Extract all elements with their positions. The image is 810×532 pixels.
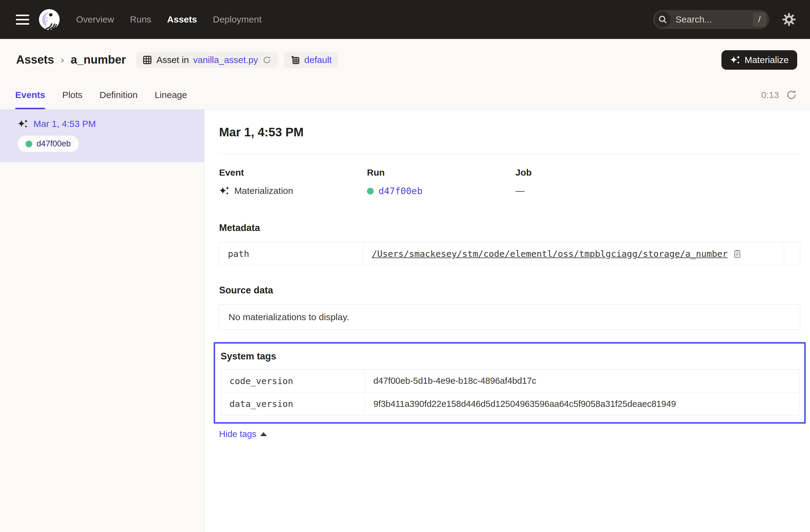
group-grid-icon xyxy=(290,55,300,65)
run-status-dot xyxy=(367,188,374,194)
group-link[interactable]: default xyxy=(304,55,332,65)
materialize-button-label: Materialize xyxy=(745,55,789,65)
search-box[interactable]: / xyxy=(653,10,769,29)
nav-link-deployment[interactable]: Deployment xyxy=(213,14,261,25)
run-id-badge[interactable]: d47f00eb xyxy=(18,136,79,152)
event-timestamp-link[interactable]: Mar 1, 4:53 PM xyxy=(33,119,96,129)
source-data-heading: Source data xyxy=(219,285,800,296)
search-input[interactable] xyxy=(676,14,753,25)
run-id-link[interactable]: d47f00eb xyxy=(378,186,423,196)
asset-definition-chip[interactable]: Asset in vanilla_asset.py xyxy=(136,52,277,68)
system-tag-key: data_version xyxy=(221,392,365,415)
page-header: Assets › a_number Asset in vanilla_asset… xyxy=(0,39,810,81)
breadcrumb: Assets › a_number xyxy=(16,53,126,66)
materialization-sparkle-icon xyxy=(18,119,28,129)
metadata-heading: Metadata xyxy=(219,223,800,233)
breadcrumb-assets[interactable]: Assets xyxy=(16,53,54,66)
event-column: Event Materialization xyxy=(219,167,367,196)
refresh-timer: 0:13 xyxy=(761,90,779,100)
system-tags-section: System tags code_version d47f00eb-5d1b-4… xyxy=(214,342,806,424)
tab-definition[interactable]: Definition xyxy=(99,81,137,109)
tabs-bar: Events Plots Definition Lineage 0:13 xyxy=(0,81,810,110)
source-data-section: Source data No materializations to displ… xyxy=(219,285,800,330)
search-icon xyxy=(655,12,671,27)
table-row: path /Users/smackesey/stm/code/elementl/… xyxy=(220,242,800,265)
top-nav: Overview Runs Assets Deployment / xyxy=(0,0,810,39)
nav-link-runs[interactable]: Runs xyxy=(130,14,151,25)
metadata-table: path /Users/smackesey/stm/code/elementl/… xyxy=(219,242,800,265)
refresh-icon[interactable] xyxy=(785,89,797,101)
metadata-path-link[interactable]: /Users/smackesey/stm/code/elementl/oss/t… xyxy=(372,249,728,259)
settings-gear-icon[interactable] xyxy=(782,13,796,27)
reload-icon[interactable] xyxy=(262,55,272,65)
tab-events[interactable]: Events xyxy=(15,81,45,109)
source-data-empty-message: No materializations to display. xyxy=(219,304,800,330)
job-column: Job — xyxy=(516,167,800,196)
metadata-row-actions xyxy=(784,242,800,265)
tab-plots[interactable]: Plots xyxy=(62,81,82,109)
search-shortcut-key: / xyxy=(753,12,766,27)
dagster-logo-icon[interactable] xyxy=(38,8,61,31)
events-sidebar: Mar 1, 4:53 PM d47f00eb xyxy=(0,110,205,532)
system-tags-table: code_version d47f00eb-5d1b-4e9e-b18c-489… xyxy=(221,369,799,416)
nav-link-assets[interactable]: Assets xyxy=(167,14,197,25)
run-id-badge-label: d47f00eb xyxy=(36,139,71,148)
breadcrumb-separator: › xyxy=(61,54,64,65)
run-label: Run xyxy=(367,167,516,178)
hamburger-menu-icon[interactable] xyxy=(16,15,29,25)
materialization-sparkle-icon xyxy=(219,186,229,196)
table-row: data_version 9f3b411a390fd22e158d446d5d1… xyxy=(221,392,799,415)
hide-tags-label: Hide tags xyxy=(219,429,257,439)
breadcrumb-asset-name: a_number xyxy=(70,53,126,66)
group-chip[interactable]: default xyxy=(284,52,338,68)
system-tag-key: code_version xyxy=(221,370,365,392)
materialize-button[interactable]: Materialize xyxy=(722,50,797,70)
system-tag-value: 9f3b411a390fd22e158d446d5d12504963596aa6… xyxy=(373,399,676,409)
run-status-dot xyxy=(26,141,32,147)
metadata-key: path xyxy=(220,242,363,265)
event-detail-panel: Mar 1, 4:53 PM Event Materialization xyxy=(205,110,810,532)
table-row: code_version d47f00eb-5d1b-4e9e-b18c-489… xyxy=(221,370,799,392)
event-type-value: Materialization xyxy=(234,186,293,196)
event-list-item[interactable]: Mar 1, 4:53 PM d47f00eb xyxy=(0,110,204,162)
metadata-section: Metadata path /Users/smackesey/stm/code/… xyxy=(219,223,800,265)
run-column: Run d47f00eb xyxy=(367,167,516,196)
hide-tags-link[interactable]: Hide tags xyxy=(219,429,800,439)
asset-grid-icon xyxy=(142,55,152,65)
job-label: Job xyxy=(516,167,800,178)
sparkle-icon xyxy=(730,55,740,65)
asset-file-link[interactable]: vanilla_asset.py xyxy=(193,55,258,65)
event-label: Event xyxy=(219,167,367,178)
system-tags-heading: System tags xyxy=(221,351,799,362)
system-tag-value: d47f00eb-5d1b-4e9e-b18c-4896af4bd17c xyxy=(373,376,536,386)
nav-links: Overview Runs Assets Deployment xyxy=(76,14,262,25)
caret-up-icon xyxy=(260,432,267,436)
tab-lineage[interactable]: Lineage xyxy=(155,81,187,109)
event-detail-title: Mar 1, 4:53 PM xyxy=(219,125,800,139)
job-value: — xyxy=(516,186,524,196)
asset-chip-prefix: Asset in xyxy=(157,55,189,65)
nav-link-overview[interactable]: Overview xyxy=(76,14,114,25)
copy-clipboard-icon[interactable] xyxy=(733,249,742,258)
